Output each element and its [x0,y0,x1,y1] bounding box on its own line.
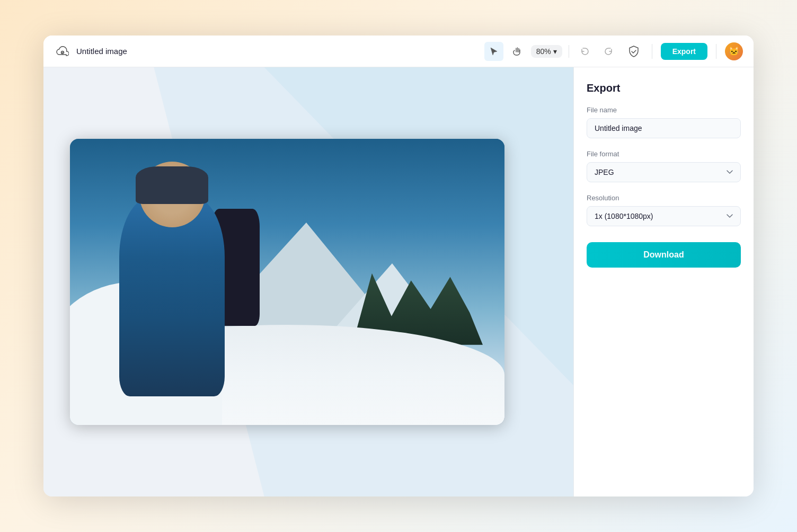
avatar-emoji: 🐱 [729,46,739,56]
app-window: Untitled image 80% ▾ [43,36,754,496]
export-panel-title: Export [587,82,741,94]
toolbar-right: Export 🐱 [624,42,743,61]
export-button[interactable]: Export [661,43,707,60]
canvas-image-container [70,139,504,425]
avatar[interactable]: 🐱 [725,42,743,60]
file-format-group: File format JPEG PNG WEBP SVG PDF [587,150,741,182]
redo-button[interactable] [599,42,618,61]
toolbar-left: Untitled image [54,43,478,60]
resolution-select[interactable]: 1x (1080*1080px) 2x (2160*2160px) 3x (32… [587,206,741,226]
shield-button[interactable] [624,42,643,61]
toolbar-divider-1 [569,45,569,58]
resolution-label: Resolution [587,194,741,202]
select-tool-button[interactable] [484,42,503,61]
file-format-label: File format [587,150,741,158]
hand-tool-button[interactable] [508,42,527,61]
main-content: Export File name File format JPEG PNG WE… [43,67,754,496]
toolbar-separator [652,44,652,59]
person [92,162,274,396]
cloud-icon [54,43,71,60]
zoom-control[interactable]: 80% ▾ [531,45,562,58]
canvas-area[interactable] [43,67,573,496]
undo-button[interactable] [575,42,595,61]
download-button[interactable]: Download [587,242,741,268]
person-hat [136,166,209,204]
toolbar-center: 80% ▾ [484,42,618,61]
resolution-group: Resolution 1x (1080*1080px) 2x (2160*216… [587,194,741,226]
zoom-value: 80% [536,47,551,56]
file-name-input[interactable] [587,118,741,138]
file-name-label: File name [587,106,741,114]
zoom-chevron-icon: ▾ [553,47,557,56]
toolbar: Untitled image 80% ▾ [43,36,754,67]
file-name-group: File name [587,106,741,138]
file-format-select[interactable]: JPEG PNG WEBP SVG PDF [587,162,741,182]
document-title: Untitled image [76,47,127,56]
canvas-image [70,139,504,425]
toolbar-separator-2 [716,44,716,59]
export-panel: Export File name File format JPEG PNG WE… [573,67,754,496]
